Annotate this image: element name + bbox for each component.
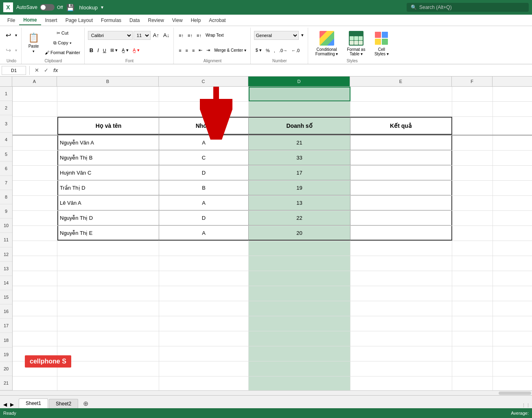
number-format-select[interactable]: General: [254, 31, 299, 40]
conditional-formatting-button[interactable]: ConditionalFormatting ▾: [311, 28, 342, 57]
row-header-15[interactable]: 15: [0, 290, 12, 304]
cell-e16[interactable]: [350, 316, 452, 331]
cell-f14[interactable]: [452, 286, 493, 301]
cell-c8[interactable]: A: [159, 196, 249, 210]
cell-a12[interactable]: [13, 256, 57, 271]
cell-a17[interactable]: [13, 331, 57, 346]
sheet-tab-sheet2[interactable]: Sheet2: [49, 399, 78, 408]
row-header-18[interactable]: 18: [0, 333, 12, 347]
cell-c13[interactable]: [159, 271, 249, 286]
cell-b16[interactable]: [57, 316, 159, 331]
col-header-b[interactable]: B: [57, 77, 159, 86]
cell-b13[interactable]: [57, 271, 159, 286]
cell-e4[interactable]: [350, 136, 452, 150]
scroll-thumb[interactable]: [499, 392, 531, 395]
italic-button[interactable]: I: [96, 46, 101, 55]
vertical-ellipsis[interactable]: ⋮⋮: [521, 403, 530, 408]
cell-c1[interactable]: [159, 87, 249, 101]
cell-c7[interactable]: B: [159, 181, 249, 195]
cell-b9[interactable]: Nguyễn Thị D: [57, 211, 159, 225]
increase-decimal[interactable]: .0→: [278, 46, 289, 55]
cell-a13[interactable]: [13, 271, 57, 286]
cell-d15[interactable]: [249, 301, 350, 316]
cell-e2[interactable]: [350, 102, 452, 116]
cell-d12[interactable]: [249, 256, 350, 271]
cell-d14[interactable]: [249, 286, 350, 301]
row-header-3[interactable]: 3: [0, 115, 12, 133]
cell-c14[interactable]: [159, 286, 249, 301]
comma-button[interactable]: ,: [272, 46, 277, 55]
cell-e3[interactable]: Kết quả: [350, 117, 452, 135]
cell-b15[interactable]: [57, 301, 159, 316]
cell-a15[interactable]: [13, 301, 57, 316]
cell-f8[interactable]: [452, 196, 493, 210]
row-header-21[interactable]: 21: [0, 376, 12, 390]
cell-b11[interactable]: [57, 241, 159, 256]
add-sheet-button[interactable]: ⊕: [81, 398, 90, 408]
align-top-center[interactable]: ≡↑: [186, 31, 194, 40]
cell-c20[interactable]: [159, 376, 249, 390]
merge-center-button[interactable]: Merge & Center ▾: [212, 46, 247, 55]
cell-f17[interactable]: [452, 331, 493, 346]
scroll-tabs-right[interactable]: ▶: [9, 401, 15, 408]
border-button[interactable]: ⊞ ▾: [109, 46, 119, 55]
cell-f10[interactable]: [452, 226, 493, 241]
cell-f15[interactable]: [452, 301, 493, 316]
row-header-12[interactable]: 12: [0, 247, 12, 262]
cell-c18[interactable]: [159, 346, 249, 361]
row-header-2[interactable]: 2: [0, 101, 12, 115]
copy-button[interactable]: ⧉ Copy ▾: [43, 38, 82, 47]
cell-e18[interactable]: [350, 346, 452, 361]
cell-d20[interactable]: [249, 376, 350, 390]
search-bar[interactable]: 🔍 Search (Alt+Q): [407, 3, 529, 12]
cell-b5[interactable]: Nguyễn Thị B: [57, 151, 159, 165]
cell-f12[interactable]: [452, 256, 493, 271]
decrease-font-button[interactable]: A↓: [162, 31, 171, 40]
menu-data[interactable]: Data: [125, 16, 144, 25]
cell-d9[interactable]: 22: [249, 211, 350, 225]
save-icon[interactable]: 💾: [66, 4, 74, 11]
cell-e11[interactable]: [350, 241, 452, 256]
align-top-left[interactable]: ≡↑: [177, 31, 185, 40]
cell-e15[interactable]: [350, 301, 452, 316]
cell-a6[interactable]: [13, 166, 57, 180]
row-header-11[interactable]: 11: [0, 233, 12, 247]
scroll-tabs-left[interactable]: ◀: [2, 401, 9, 408]
cell-e5[interactable]: [350, 151, 452, 165]
cell-b2[interactable]: [57, 102, 159, 116]
cell-b6[interactable]: Huỳnh Văn C: [57, 166, 159, 180]
format-table-button[interactable]: Format asTable ▾: [343, 28, 369, 57]
cell-f1[interactable]: [452, 87, 493, 101]
cell-a7[interactable]: [13, 181, 57, 195]
cell-c16[interactable]: [159, 316, 249, 331]
row-header-8[interactable]: 8: [0, 190, 12, 204]
cell-a14[interactable]: [13, 286, 57, 301]
sheet-tab-sheet1[interactable]: Sheet1: [19, 398, 48, 408]
menu-page-layout[interactable]: Page Layout: [61, 16, 97, 25]
cell-a8[interactable]: [13, 196, 57, 210]
cell-d7[interactable]: 19: [249, 181, 350, 195]
corner-cell[interactable]: [0, 77, 12, 86]
redo-dropdown[interactable]: ▾: [13, 46, 19, 55]
cell-d18[interactable]: [249, 346, 350, 361]
cell-f16[interactable]: [452, 316, 493, 331]
cell-b18[interactable]: [57, 346, 159, 361]
cell-f4[interactable]: [452, 136, 493, 150]
align-center[interactable]: ≡: [184, 46, 190, 55]
row-header-9[interactable]: 9: [0, 204, 12, 219]
cell-c3[interactable]: Nhóm: [159, 117, 249, 135]
cell-b8[interactable]: Lê Văn A: [57, 196, 159, 210]
cell-e9[interactable]: [350, 211, 452, 225]
cell-d3[interactable]: Doanh số: [249, 117, 350, 135]
row-header-5[interactable]: 5: [0, 147, 12, 161]
cell-a9[interactable]: [13, 211, 57, 225]
cell-a3[interactable]: [13, 117, 57, 135]
formula-input[interactable]: [61, 66, 530, 75]
cell-a2[interactable]: [13, 102, 57, 116]
cell-c10[interactable]: A: [159, 226, 249, 241]
undo-button[interactable]: ↩: [4, 31, 13, 40]
cell-d13[interactable]: [249, 271, 350, 286]
cell-b20[interactable]: [57, 376, 159, 390]
cell-e6[interactable]: [350, 166, 452, 180]
cell-b10[interactable]: Nguyễn Thị E: [57, 226, 159, 241]
